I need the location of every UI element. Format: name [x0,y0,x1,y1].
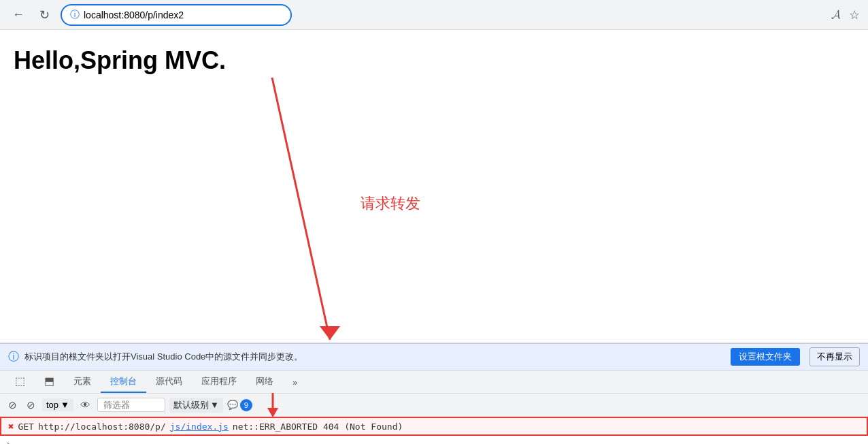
filter-input[interactable] [97,398,165,412]
message-icon: 💬 [227,400,238,410]
console-block-button[interactable]: ⊘ [24,398,38,413]
reader-mode-button[interactable]: 𝓐 [831,7,841,22]
log-method: GET [18,422,33,432]
no-show-button[interactable]: 不再显示 [809,347,860,366]
address-input[interactable] [84,10,282,20]
svg-marker-3 [267,408,278,417]
annotation-text: 请求转发 [361,193,420,214]
notification-bar: ⓘ 标识项目的根文件夹以打开Visual Studio Code中的源文件并同步… [0,343,868,370]
browser-chrome: ← ↻ ⓘ 𝓐 ☆ [0,0,868,30]
devtools-tabs: ⬚ ⬒ 元素 控制台 源代码 应用程序 网络 » [0,370,868,394]
error-icon: ✖ [8,421,14,432]
console-clear-button[interactable]: ⊘ [5,398,20,413]
tab-network[interactable]: 网络 [246,371,283,393]
log-error-msg: net::ERR_ABORTED 404 (Not Found) [233,422,403,432]
back-button[interactable]: ← [8,5,29,25]
top-dropdown[interactable]: top ▼ [42,398,73,411]
top-label: top [46,400,59,410]
console-arrow-annotation [259,392,286,419]
console-toolbar: ⊘ ⊘ top ▼ 👁 默认级别 ▼ 💬 9 [0,394,868,417]
tab-more[interactable]: » [283,373,307,393]
svg-line-0 [272,78,330,340]
browser-actions: 𝓐 ☆ [831,7,860,22]
log-url-link[interactable]: js/index.js [170,422,229,432]
page-heading: Hello,Spring MVC. [0,30,868,91]
level-dropdown-arrow: ▼ [210,400,219,410]
set-root-button[interactable]: 设置根文件夹 [731,348,800,366]
level-select[interactable]: 默认级别 ▼ [169,398,223,413]
notification-info-icon: ⓘ [8,350,19,364]
log-url-prefix: http://localhost:8080/p/ [38,422,166,432]
console-log: ✖ GET http://localhost:8080/p/js/index.j… [0,417,868,444]
page-content: Hello,Spring MVC. 请求转发 [0,30,868,343]
log-entry-error: ✖ GET http://localhost:8080/p/js/index.j… [0,417,868,436]
tab-console[interactable]: 控制台 [101,371,146,393]
level-label: 默认级别 [173,399,209,411]
bookmark-button[interactable]: ☆ [849,7,860,22]
address-info-icon: ⓘ [70,9,80,21]
top-dropdown-arrow: ▼ [61,400,69,410]
reload-button[interactable]: ↻ [35,5,54,25]
eye-button[interactable]: 👁 [78,398,93,412]
address-bar-container: ⓘ [61,4,824,26]
message-count: 💬 9 [227,399,252,411]
tab-device[interactable]: ⬒ [35,370,64,393]
log-expand[interactable]: › [0,436,868,444]
notification-text: 标识项目的根文件夹以打开Visual Studio Code中的源文件并同步更改… [24,351,303,363]
address-bar[interactable]: ⓘ [61,4,292,26]
count-badge: 9 [240,399,252,411]
tab-application[interactable]: 应用程序 [192,371,246,393]
tab-sources[interactable]: 源代码 [146,371,192,393]
tab-elements[interactable]: 元素 [64,371,101,393]
tab-inspect[interactable]: ⬚ [5,370,35,393]
svg-marker-1 [320,326,340,340]
